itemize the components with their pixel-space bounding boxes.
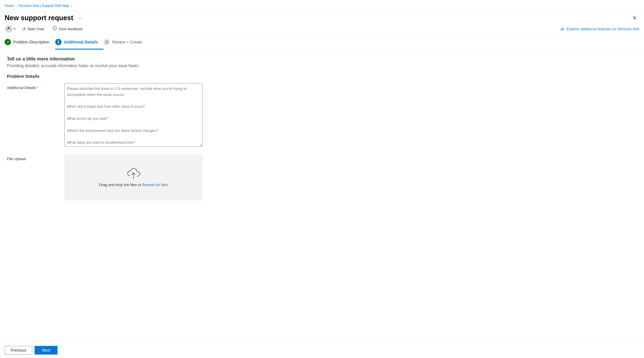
bottom-nav: Previous Next	[0, 342, 644, 358]
file-upload-control: Drag and drop the files or Browse for fi…	[64, 154, 202, 200]
file-upload-row: File Upload Drag and drop the files or B…	[7, 154, 637, 200]
next-button[interactable]: Next	[35, 346, 58, 355]
step-additional-details[interactable]: 2 Additional Details	[55, 35, 104, 50]
step-review-create[interactable]: 3 Review + Create	[104, 35, 148, 50]
file-upload-area[interactable]: Drag and drop the files or Browse for fi…	[64, 154, 202, 200]
breadcrumb-sep-2: ›	[70, 4, 72, 8]
step-problem-description[interactable]: ✓ Problem Description	[5, 35, 55, 50]
svg-point-2	[54, 27, 55, 28]
page-title-row: New support request ···	[5, 14, 84, 22]
chevron-down-icon: ▾	[14, 27, 16, 31]
user-avatar-icon	[5, 25, 13, 33]
start-over-label: Start Over	[27, 27, 44, 31]
ellipsis-button[interactable]: ···	[76, 14, 84, 22]
file-upload-label: File Upload	[7, 154, 64, 161]
explore-icon: ⇄	[561, 26, 564, 32]
section-title: Tell us a little more information	[7, 56, 637, 62]
give-feedback-label: Give feedback	[59, 27, 83, 31]
upload-text: Drag and drop the files or Browse for fi…	[99, 183, 168, 187]
breadcrumb: Home › Services Hub | Support Self Help …	[5, 4, 72, 8]
feedback-icon	[52, 26, 57, 32]
toolbar: ▾ ↺ Start Over Give feedback ⇄ Explore a…	[0, 23, 644, 35]
step-2-label: Additional Details	[64, 40, 98, 44]
start-over-button[interactable]: ↺ Start Over	[20, 25, 46, 33]
close-button[interactable]: ✕	[630, 14, 639, 22]
additional-details-textarea[interactable]	[64, 83, 202, 147]
breadcrumb-home[interactable]: Home	[5, 4, 14, 8]
explore-features-link[interactable]: ⇄ Explore additional features on Service…	[561, 26, 639, 32]
step-2-number: 2	[55, 39, 62, 45]
give-feedback-button[interactable]: Give feedback	[51, 25, 84, 33]
additional-details-control	[64, 83, 202, 147]
step-3-label: Review + Create	[112, 40, 142, 44]
additional-details-label: Additional Details*	[7, 83, 64, 90]
problem-details-title: Problem Details	[7, 74, 637, 79]
svg-rect-3	[54, 28, 55, 29]
start-over-icon: ↺	[22, 26, 26, 32]
page-title: New support request	[5, 14, 73, 22]
breadcrumb-sep-1: ›	[16, 4, 17, 8]
page-header: New support request ··· ✕	[0, 12, 644, 23]
main-content: Tell us a little more information Provid…	[0, 50, 644, 342]
user-menu[interactable]: ▾	[5, 25, 16, 33]
step-3-number: 3	[104, 39, 110, 45]
browse-files-link[interactable]: Browse for files	[142, 183, 168, 187]
toolbar-left: ▾ ↺ Start Over Give feedback	[5, 25, 84, 33]
explore-label: Explore additional features on Services …	[567, 27, 639, 31]
step-1-label: Problem Description	[13, 40, 49, 44]
required-indicator: *	[36, 86, 38, 90]
top-bar: Home › Services Hub | Support Self Help …	[0, 0, 644, 12]
additional-details-row: Additional Details*	[7, 83, 637, 147]
previous-button[interactable]: Previous	[5, 346, 32, 355]
section-subtitle: Providing detailed, accurate information…	[7, 63, 637, 68]
steps-bar: ✓ Problem Description 2 Additional Detai…	[0, 35, 644, 50]
step-1-number: ✓	[5, 39, 11, 45]
step-1-check-icon: ✓	[7, 40, 9, 44]
cloud-upload-icon	[127, 168, 140, 179]
breadcrumb-services-hub[interactable]: Services Hub | Support Self Help	[18, 4, 69, 8]
